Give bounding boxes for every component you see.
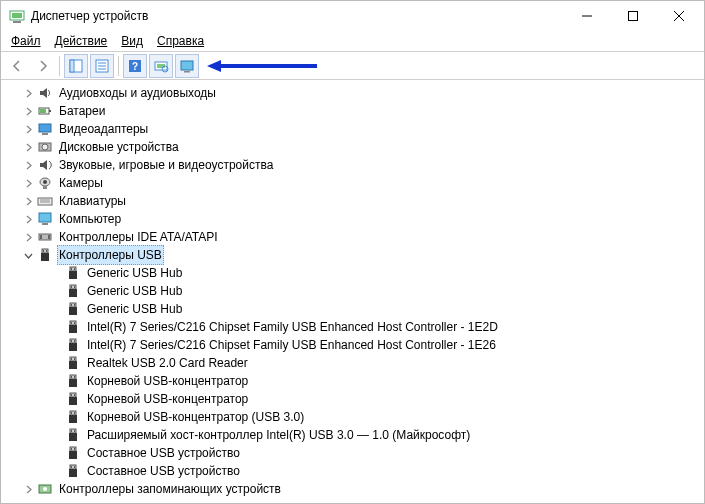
svg-rect-67 bbox=[74, 358, 75, 360]
svg-rect-83 bbox=[74, 430, 75, 432]
device-label: Составное USB устройство bbox=[85, 462, 242, 480]
tree-category[interactable]: Клавиатуры bbox=[7, 192, 704, 210]
usb-plug-icon bbox=[65, 391, 81, 407]
svg-rect-80 bbox=[70, 429, 76, 433]
menu-help[interactable]: Справка bbox=[151, 32, 210, 50]
tree-category[interactable]: Звуковые, игровые и видеоустройства bbox=[7, 156, 704, 174]
usb-plug-icon bbox=[65, 301, 81, 317]
battery-icon bbox=[37, 103, 53, 119]
svg-rect-45 bbox=[69, 271, 77, 279]
svg-rect-52 bbox=[70, 303, 76, 307]
svg-rect-25 bbox=[39, 124, 51, 132]
svg-rect-58 bbox=[71, 322, 72, 324]
svg-rect-31 bbox=[43, 186, 47, 189]
tree-device[interactable]: Generic USB Hub bbox=[7, 282, 704, 300]
chevron-placeholder bbox=[49, 410, 63, 424]
chevron-right-icon[interactable] bbox=[21, 122, 35, 136]
tree-category[interactable]: Видеоадаптеры bbox=[7, 120, 704, 138]
tree-device[interactable]: Realtek USB 2.0 Card Reader bbox=[7, 354, 704, 372]
svg-rect-81 bbox=[69, 433, 77, 441]
tree-category[interactable]: Дисковые устройства bbox=[7, 138, 704, 156]
chevron-right-icon[interactable] bbox=[21, 230, 35, 244]
properties-button[interactable] bbox=[90, 54, 114, 78]
svg-rect-57 bbox=[69, 325, 77, 333]
device-label: Intel(R) 7 Series/C216 Chipset Family US… bbox=[85, 336, 498, 354]
tree-device[interactable]: Составное USB устройство bbox=[7, 462, 704, 480]
tree-category[interactable]: Компьютер bbox=[7, 210, 704, 228]
tree-device[interactable]: Составное USB устройство bbox=[7, 444, 704, 462]
menu-file[interactable]: Файл bbox=[5, 32, 47, 50]
chevron-right-icon[interactable] bbox=[21, 158, 35, 172]
svg-rect-43 bbox=[46, 250, 47, 252]
chevron-placeholder bbox=[49, 356, 63, 370]
chevron-placeholder bbox=[49, 266, 63, 280]
chevron-right-icon[interactable] bbox=[21, 104, 35, 118]
svg-rect-70 bbox=[71, 376, 72, 378]
svg-rect-8 bbox=[70, 60, 74, 72]
show-hidden-devices-button[interactable] bbox=[175, 54, 199, 78]
toolbar-separator bbox=[118, 56, 119, 76]
chevron-right-icon[interactable] bbox=[21, 194, 35, 208]
tree-device[interactable]: Расширяемый хост-контроллер Intel(R) USB… bbox=[7, 426, 704, 444]
usb-plug-icon bbox=[65, 373, 81, 389]
device-label: Корневой USB-концентратор (USB 3.0) bbox=[85, 408, 306, 426]
svg-rect-47 bbox=[74, 268, 75, 270]
svg-rect-76 bbox=[70, 411, 76, 415]
menu-action[interactable]: Действие bbox=[49, 32, 114, 50]
minimize-button[interactable] bbox=[564, 1, 610, 31]
svg-marker-21 bbox=[207, 60, 221, 72]
tree-device[interactable]: Intel(R) 7 Series/C216 Chipset Family US… bbox=[7, 318, 704, 336]
svg-rect-41 bbox=[41, 253, 49, 261]
svg-rect-26 bbox=[42, 133, 48, 135]
category-label: Батареи bbox=[57, 102, 107, 120]
chevron-right-icon[interactable] bbox=[21, 482, 35, 496]
usb-plug-icon bbox=[65, 337, 81, 353]
tree-category[interactable]: Камеры bbox=[7, 174, 704, 192]
tree-category[interactable]: Аудиовходы и аудиовыходы bbox=[7, 84, 704, 102]
chevron-right-icon[interactable] bbox=[21, 86, 35, 100]
camera-icon bbox=[37, 175, 53, 191]
tree-device[interactable]: Корневой USB-концентратор (USB 3.0) bbox=[7, 408, 704, 426]
category-label: Камеры bbox=[57, 174, 105, 192]
svg-rect-91 bbox=[74, 466, 75, 468]
svg-rect-71 bbox=[74, 376, 75, 378]
svg-rect-68 bbox=[70, 375, 76, 379]
forward-button[interactable] bbox=[31, 54, 55, 78]
svg-rect-72 bbox=[70, 393, 76, 397]
tree-device[interactable]: Generic USB Hub bbox=[7, 300, 704, 318]
back-button[interactable] bbox=[5, 54, 29, 78]
svg-rect-36 bbox=[42, 223, 48, 225]
svg-rect-59 bbox=[74, 322, 75, 324]
chevron-down-icon[interactable] bbox=[21, 248, 35, 262]
chevron-right-icon[interactable] bbox=[21, 212, 35, 226]
maximize-button[interactable] bbox=[610, 1, 656, 31]
scan-hardware-button[interactable] bbox=[149, 54, 173, 78]
tree-device[interactable]: Intel(R) 7 Series/C216 Chipset Family US… bbox=[7, 336, 704, 354]
svg-rect-55 bbox=[74, 304, 75, 306]
tree-category[interactable]: Контроллеры USB bbox=[7, 246, 704, 264]
tree-device[interactable]: Generic USB Hub bbox=[7, 264, 704, 282]
show-hide-console-tree-button[interactable] bbox=[64, 54, 88, 78]
close-button[interactable] bbox=[656, 1, 702, 31]
chevron-right-icon[interactable] bbox=[21, 140, 35, 154]
category-label: Контроллеры запоминающих устройств bbox=[57, 480, 283, 498]
svg-rect-48 bbox=[70, 285, 76, 289]
menu-view[interactable]: Вид bbox=[115, 32, 149, 50]
svg-rect-1 bbox=[12, 13, 22, 18]
category-label: Клавиатуры bbox=[57, 192, 128, 210]
tree-category[interactable]: Контроллеры IDE ATA/ATAPI bbox=[7, 228, 704, 246]
tree-device[interactable]: Корневой USB-концентратор bbox=[7, 390, 704, 408]
help-button[interactable]: ? bbox=[123, 54, 147, 78]
category-label: Видеоадаптеры bbox=[57, 120, 150, 138]
device-tree[interactable]: Аудиовходы и аудиовыходыБатареиВидеоадап… bbox=[1, 80, 704, 503]
chevron-placeholder bbox=[49, 446, 63, 460]
svg-rect-18 bbox=[181, 61, 193, 70]
svg-point-93 bbox=[43, 487, 47, 491]
tree-device[interactable]: Корневой USB-концентратор bbox=[7, 372, 704, 390]
chevron-placeholder bbox=[49, 302, 63, 316]
svg-text:?: ? bbox=[132, 61, 138, 72]
tree-category[interactable]: Батареи bbox=[7, 102, 704, 120]
svg-rect-82 bbox=[71, 430, 72, 432]
chevron-right-icon[interactable] bbox=[21, 176, 35, 190]
tree-category[interactable]: Контроллеры запоминающих устройств bbox=[7, 480, 704, 498]
